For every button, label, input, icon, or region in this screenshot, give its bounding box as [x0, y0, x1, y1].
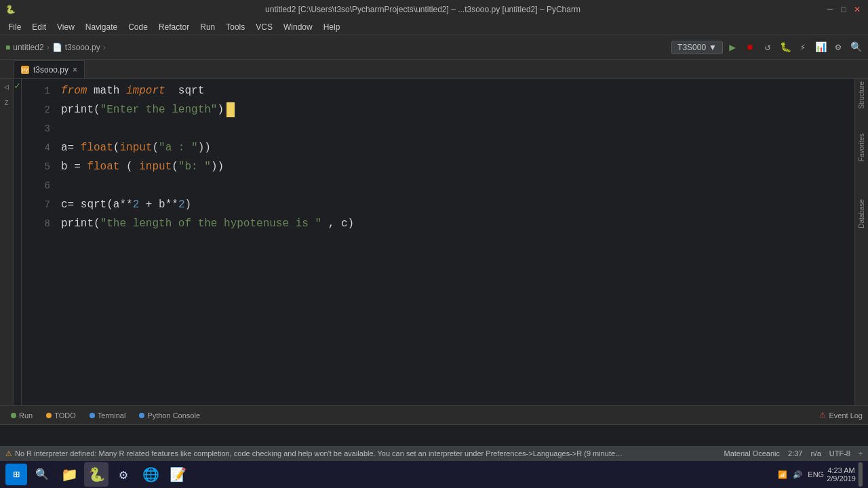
attach-button[interactable]: ⚡	[796, 41, 810, 54]
windows-start-button[interactable]: ⊞	[5, 464, 27, 485]
var-a: a=	[61, 138, 81, 157]
paren-open-2: (	[113, 138, 120, 157]
taskbar-settings[interactable]: ⚙	[111, 462, 136, 487]
caret-position: 2:37	[788, 449, 802, 458]
menu-run[interactable]: Run	[195, 21, 220, 33]
window-title: untitled2 [C:\Users\t3so\PycharmProjects…	[21, 5, 825, 14]
todo-tab[interactable]: TODO	[41, 407, 81, 424]
string-literal-2: "a : "	[159, 138, 198, 157]
left-icon-1[interactable]: ◁	[1, 81, 12, 92]
project-icon: ■	[5, 43, 10, 52]
toolbar: ■ untitled2 › 📄 t3sooo.py › T3S000 ▼ ▶ ■…	[0, 35, 868, 60]
run-config-dropdown-icon[interactable]: ▼	[709, 43, 717, 52]
editor-tab-t3sooo[interactable]: py t3sooo.py ×	[14, 60, 85, 78]
module-math: math	[87, 81, 126, 100]
stop-button[interactable]: ■	[743, 41, 757, 54]
string-literal-1: "Enter the length"	[100, 100, 218, 119]
taskbar-clock[interactable]: 4:23 AM 2/9/2019	[827, 466, 856, 483]
menu-window[interactable]: Window	[278, 21, 318, 33]
terminal-tab-label: Terminal	[98, 411, 126, 420]
code-line-5: b = float ( input ( "b: " ))	[56, 157, 854, 176]
system-tray: 📶 🔊 ENG	[778, 470, 824, 479]
op-plus: +	[139, 195, 159, 214]
menu-code[interactable]: Code	[123, 21, 153, 33]
code-line-8: print ( "the length of the hypotenuse is…	[56, 214, 854, 233]
favorites-panel-label[interactable]: Favorites	[858, 134, 865, 161]
event-log-icon: ⚠	[819, 411, 826, 420]
browser-icon: 🌐	[142, 466, 159, 483]
func-float-2: float	[87, 157, 119, 176]
menu-vcs[interactable]: VCS	[250, 21, 278, 33]
line-num-4: 4	[45, 138, 50, 157]
run-config-selector[interactable]: T3S000 ▼	[671, 41, 723, 54]
taskbar-time-display: 4:23 AM	[827, 466, 854, 474]
line-num-2: 2	[45, 100, 50, 119]
volume-icon[interactable]: 🔊	[793, 470, 802, 479]
code-line-3	[56, 119, 854, 138]
code-editor[interactable]: from math import sqrt print ( "Enter the…	[56, 79, 854, 405]
breadcrumb-file-icon: 📄	[52, 43, 62, 52]
text-cursor	[226, 102, 235, 117]
taskbar-pycharm[interactable]: 🐍	[84, 462, 108, 487]
paren-close-5: )	[184, 195, 191, 214]
menu-tools[interactable]: Tools	[220, 21, 250, 33]
network-icon[interactable]: 📶	[778, 470, 787, 479]
close-button[interactable]: ✕	[852, 4, 863, 15]
taskbar-file-explorer[interactable]: 📁	[57, 462, 81, 487]
run-button[interactable]: ▶	[726, 41, 739, 54]
op-space: (	[119, 157, 139, 176]
menu-refactor[interactable]: Refactor	[153, 21, 195, 33]
language-label[interactable]: ENG	[808, 470, 824, 479]
menu-file[interactable]: File	[3, 21, 26, 33]
taskbar-notepad[interactable]: 📝	[165, 462, 190, 487]
windows-search-button[interactable]: 🔍	[30, 464, 54, 485]
warning-icon: ⚠	[5, 449, 12, 458]
python-console-tab[interactable]: Python Console	[134, 407, 205, 424]
status-warning-text: No R interpreter defined: Many R related…	[15, 449, 625, 458]
code-line-6	[56, 176, 854, 195]
maximize-button[interactable]: □	[838, 4, 849, 15]
validation-bar: ✓	[14, 79, 22, 405]
left-activity-bar: ◁ Z	[0, 79, 14, 405]
keyword-from: from	[61, 81, 87, 100]
menu-view[interactable]: View	[52, 21, 80, 33]
string-literal-3: "b: "	[178, 157, 211, 176]
line-num-8: 8	[45, 214, 50, 233]
structure-panel-label[interactable]: Structure	[858, 81, 865, 109]
status-bar: ⚠ No R interpreter defined: Many R relat…	[0, 446, 868, 461]
search-icon[interactable]: 🔍	[849, 41, 863, 54]
todo-tab-icon	[46, 413, 52, 418]
terminal-tab[interactable]: Terminal	[84, 407, 132, 424]
coverage-button[interactable]: 📊	[814, 41, 827, 54]
taskbar-date-display: 2/9/2019	[827, 474, 856, 483]
show-desktop-button[interactable]	[859, 462, 863, 487]
breadcrumb-file[interactable]: t3sooo.py	[65, 43, 100, 52]
titlebar: 🐍 untitled2 [C:\Users\t3so\PycharmProjec…	[0, 0, 868, 19]
paren-open-6: (	[94, 214, 100, 233]
paren-close-23: ))	[198, 138, 211, 157]
taskbar-browser[interactable]: 🌐	[138, 462, 163, 487]
python-file-icon: py	[21, 66, 29, 74]
left-icon-2[interactable]: Z	[1, 98, 12, 108]
rerun-button[interactable]: ↺	[761, 41, 774, 54]
menu-edit[interactable]: Edit	[26, 21, 52, 33]
database-panel-label[interactable]: Database	[858, 199, 865, 228]
line-num-6: 6	[45, 176, 50, 195]
toolbar-action-icons: ▶ ■ ↺ 🐛 ⚡ 📊 ⚙ 🔍	[726, 41, 863, 54]
profile-button[interactable]: ⚙	[831, 41, 845, 54]
tab-close-button[interactable]: ×	[73, 65, 77, 75]
python-console-tab-label: Python Console	[147, 411, 200, 420]
var-c-ref: c	[341, 214, 348, 233]
var-c: c=	[61, 195, 81, 214]
breadcrumb-project[interactable]: untitled2	[13, 43, 43, 52]
run-tab[interactable]: Run	[5, 407, 38, 424]
terminal-tab-icon	[90, 413, 95, 418]
menu-help[interactable]: Help	[318, 21, 346, 33]
column-count: n/a	[810, 449, 821, 458]
num-2b: 2	[178, 195, 185, 214]
minimize-button[interactable]: ─	[825, 4, 835, 15]
python-console-tab-icon	[139, 413, 144, 418]
debug-button[interactable]: 🐛	[778, 41, 792, 54]
menu-navigate[interactable]: Navigate	[80, 21, 123, 33]
event-log-tab[interactable]: ⚠ Event Log	[814, 407, 868, 424]
